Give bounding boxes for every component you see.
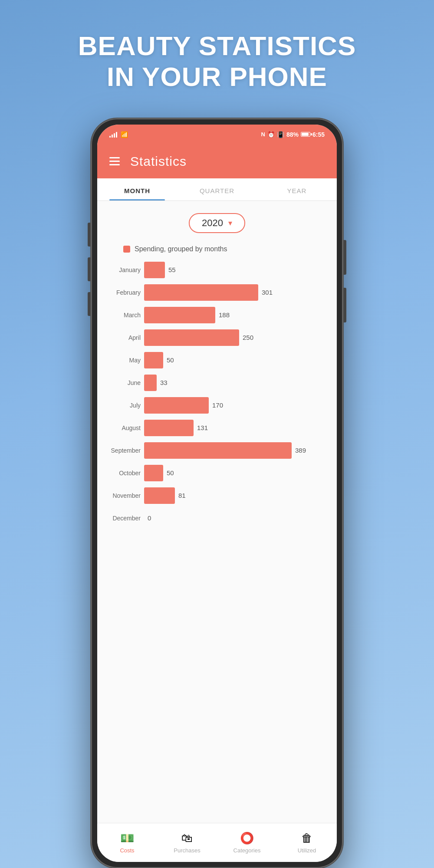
chart-legend: Spending, grouped by months — [123, 245, 227, 253]
bar-container: 131 — [144, 420, 326, 436]
bar-row: July170 — [102, 397, 326, 414]
alarm-icon: ⏰ — [267, 131, 275, 138]
nav-item-purchases[interactable]: 🛍Purchases — [157, 823, 217, 862]
legend-label: Spending, grouped by months — [135, 245, 227, 253]
bar-row: August131 — [102, 420, 326, 436]
content-area: 2020 ▾ Spending, grouped by months Janua… — [97, 201, 337, 823]
bar-value-label: 188 — [219, 311, 230, 319]
bar-month-label: April — [102, 334, 141, 341]
bar-row: February301 — [102, 284, 326, 301]
period-tab-bar: MONTH QUARTER YEAR — [97, 178, 337, 201]
status-bar: 📶 N ⏰ 📳 88% 6:55 — [97, 125, 337, 145]
tab-month[interactable]: MONTH — [97, 178, 177, 201]
wifi-icon: 📶 — [121, 131, 128, 138]
bar-month-label: May — [102, 357, 141, 364]
bar-month-label: July — [102, 402, 141, 409]
hero-section: BEAUTY STATISTICS IN YOUR PHONE — [52, 0, 382, 92]
bar-value-label: 250 — [243, 334, 253, 341]
bar-value-label: 0 — [148, 514, 151, 522]
bar-value-label: 50 — [167, 356, 174, 364]
bar-container: 250 — [144, 329, 326, 346]
bar-fill — [144, 262, 165, 278]
bottom-nav: 💵Costs🛍Purchases⭕Categories🗑Utilized — [97, 823, 337, 862]
bar-fill — [144, 397, 209, 414]
bar-value-label: 33 — [160, 379, 168, 386]
bar-container: 55 — [144, 262, 326, 278]
vibrate-icon: 📳 — [277, 131, 284, 138]
app-title: Statistics — [130, 154, 187, 169]
bar-container: 0 — [144, 510, 326, 526]
app-header: Statistics — [97, 145, 337, 178]
bar-month-label: March — [102, 312, 141, 319]
bar-container: 301 — [144, 284, 326, 301]
year-selector: 2020 ▾ — [189, 213, 245, 233]
utilized-icon: 🗑 — [301, 832, 312, 845]
nav-item-utilized[interactable]: 🗑Utilized — [277, 823, 337, 862]
bar-fill — [144, 442, 292, 459]
bar-month-label: September — [102, 447, 141, 454]
clock: 6:55 — [312, 131, 325, 138]
bar-row: March188 — [102, 307, 326, 323]
bar-container: 389 — [144, 442, 326, 459]
bar-value-label: 170 — [212, 401, 223, 409]
bar-fill — [144, 352, 163, 368]
tab-quarter[interactable]: QUARTER — [177, 178, 257, 201]
nav-label-costs: Costs — [120, 847, 134, 854]
battery-percent: 88% — [286, 131, 299, 138]
bar-fill — [144, 307, 215, 323]
year-value: 2020 — [202, 217, 223, 229]
bar-container: 33 — [144, 375, 326, 391]
phone-screen: 📶 N ⏰ 📳 88% 6:55 Statistics MONTH Q — [97, 125, 337, 862]
nav-label-purchases: Purchases — [174, 847, 200, 854]
bar-container: 50 — [144, 465, 326, 481]
hero-title: BEAUTY STATISTICS IN YOUR PHONE — [78, 30, 356, 92]
bar-fill — [144, 420, 194, 436]
bar-month-label: January — [102, 266, 141, 273]
purchases-icon: 🛍 — [181, 832, 193, 845]
bar-row: May50 — [102, 352, 326, 368]
nfc-icon: N — [261, 131, 265, 138]
bar-month-label: June — [102, 379, 141, 386]
status-left: 📶 — [109, 131, 128, 138]
bar-value-label: 81 — [178, 492, 186, 499]
legend-color-dot — [123, 246, 130, 253]
nav-label-categories: Categories — [233, 847, 261, 854]
bar-row: January55 — [102, 262, 326, 278]
hamburger-menu[interactable] — [109, 157, 120, 165]
battery-icon — [301, 132, 310, 137]
bar-value-label: 55 — [168, 266, 176, 273]
bar-month-label: February — [102, 289, 141, 296]
bar-value-label: 389 — [295, 447, 306, 454]
bar-row: October50 — [102, 465, 326, 481]
bar-value-label: 131 — [197, 424, 208, 431]
bar-value-label: 50 — [167, 469, 174, 477]
bar-container: 81 — [144, 487, 326, 504]
bar-container: 170 — [144, 397, 326, 414]
year-dropdown[interactable]: 2020 ▾ — [189, 213, 245, 233]
bar-fill — [144, 375, 157, 391]
bar-month-label: August — [102, 424, 141, 431]
chevron-down-icon: ▾ — [228, 218, 232, 228]
bar-chart: January55February301March188April250May5… — [97, 262, 337, 533]
bar-fill — [144, 329, 239, 346]
tab-year[interactable]: YEAR — [257, 178, 337, 201]
bar-row: April250 — [102, 329, 326, 346]
bar-month-label: October — [102, 470, 141, 477]
bar-fill — [144, 465, 163, 481]
nav-label-utilized: Utilized — [298, 847, 316, 854]
bar-fill — [144, 487, 175, 504]
costs-icon: 💵 — [120, 832, 134, 845]
bar-container: 50 — [144, 352, 326, 368]
bar-row: September389 — [102, 442, 326, 459]
bar-fill — [144, 284, 258, 301]
phone-mockup: 📶 N ⏰ 📳 88% 6:55 Statistics MONTH Q — [91, 118, 343, 868]
bar-row: June33 — [102, 375, 326, 391]
bar-container: 188 — [144, 307, 326, 323]
signal-icon — [109, 132, 117, 138]
bar-month-label: November — [102, 492, 141, 499]
status-right: N ⏰ 📳 88% 6:55 — [261, 131, 325, 138]
nav-item-categories[interactable]: ⭕Categories — [217, 823, 277, 862]
nav-item-costs[interactable]: 💵Costs — [97, 823, 157, 862]
bar-row: December0 — [102, 510, 326, 526]
categories-icon: ⭕ — [240, 832, 254, 845]
